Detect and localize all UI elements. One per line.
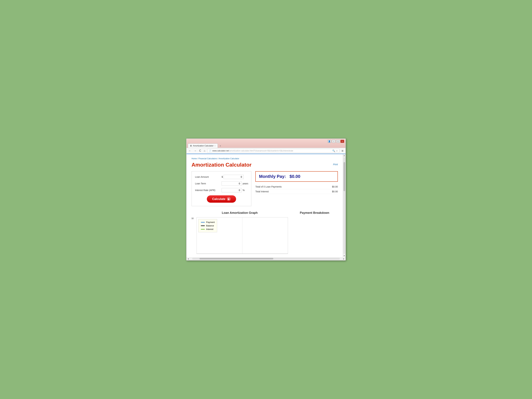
calculate-btn-row: Calculate ▶ [195, 195, 248, 203]
page-title: Amortization Calculator [191, 162, 252, 168]
total-payments-row: Total of 0 Loan Payments $0.00 [255, 184, 338, 189]
page-header: Amortization Calculator Print [191, 162, 338, 168]
total-payments-label: Total of 0 Loan Payments [255, 185, 282, 188]
results-section: Monthly Pay: $0.00 Total of 0 Loan Payme… [255, 171, 338, 206]
interest-rate-label: Interest Rate (APR) [195, 189, 222, 191]
home-button[interactable]: ⌂ [203, 149, 206, 153]
legend-payment: Payment [201, 221, 215, 223]
star-icon[interactable]: ☆ [336, 149, 338, 152]
chart-grid-vertical [242, 217, 242, 254]
legend-balance-line [201, 225, 205, 226]
page-icon: 📄 [209, 150, 211, 152]
scroll-down-arrow[interactable]: ▼ [343, 254, 345, 257]
back-button[interactable]: ← [188, 149, 192, 153]
scroll-thumb[interactable] [343, 162, 345, 191]
y-axis-label: $0 [191, 217, 195, 220]
graph-title: Loan Amortization Graph [191, 211, 288, 215]
legend-payment-line [201, 222, 205, 223]
form-section: Loan Amount $ Loan Term years Interest R… [191, 171, 251, 206]
tab-close-icon[interactable]: × [215, 145, 215, 147]
interest-rate-row: Interest Rate (APR) % [195, 188, 248, 192]
legend-interest: Interest [201, 228, 215, 230]
graph-section: Loan Amortization Graph $0 Payment [191, 211, 288, 254]
tab-title: Amortization Calculator [193, 145, 214, 147]
legend-payment-label: Payment [206, 221, 215, 223]
y-axis: $0 [191, 217, 196, 220]
monthly-pay-value: $0.00 [289, 174, 300, 179]
url-domain: www.calculator.net [212, 150, 229, 152]
scroll-track-h[interactable] [192, 258, 340, 260]
maximize-button[interactable]: □ [336, 140, 340, 143]
title-bar: 👤 − □ × ⊞ Amortization Calculator × + [187, 139, 345, 148]
breadcrumb-home[interactable]: Home [191, 158, 197, 160]
browser-window: 👤 − □ × ⊞ Amortization Calculator × + ← … [186, 139, 346, 260]
bottom-section: Loan Amortization Graph $0 Payment [191, 211, 338, 254]
results-table: Total of 0 Loan Payments $0.00 Total Int… [255, 184, 338, 194]
vertical-scrollbar[interactable]: ▲ ▼ [343, 154, 345, 257]
page-wrapper: Home / Financial Calculators / Amortizat… [187, 154, 345, 257]
total-interest-value: $0.00 [332, 190, 338, 193]
monthly-pay-display: Monthly Pay: $0.00 [259, 174, 300, 179]
total-payments-value: $0.00 [332, 185, 338, 188]
breadcrumb-financial[interactable]: Financial Calculators [198, 158, 217, 160]
scroll-up-arrow[interactable]: ▲ [343, 154, 345, 157]
close-button[interactable]: × [341, 140, 344, 143]
print-link[interactable]: Print [333, 163, 338, 166]
page-content: Home / Financial Calculators / Amortizat… [187, 154, 343, 257]
main-layout: Loan Amount $ Loan Term years Interest R… [191, 171, 338, 206]
loan-term-row: Loan Term years [195, 181, 248, 186]
search-icon[interactable]: 🔍 [332, 149, 335, 152]
scroll-right-arrow[interactable]: ▶ [342, 258, 345, 260]
interest-rate-unit: % [243, 189, 245, 191]
loan-amount-currency: $ [222, 176, 223, 178]
breakdown-title: Payment Breakdown [291, 211, 338, 215]
loan-term-unit: years [243, 182, 248, 185]
interest-rate-input[interactable] [222, 188, 241, 192]
breadcrumb-current[interactable]: Amortization Calculator [219, 158, 239, 160]
scroll-thumb-h[interactable] [200, 258, 273, 260]
calculate-button-icon: ▶ [227, 197, 231, 201]
loan-amount-label: Loan Amount [195, 176, 222, 178]
profile-button[interactable]: 👤 [328, 140, 331, 143]
tab-icon: ⊞ [190, 145, 192, 147]
monthly-pay-label: Monthly Pay: [259, 174, 286, 179]
monthly-pay-box: Monthly Pay: $0.00 [255, 171, 338, 182]
total-interest-label: Total Interest [255, 190, 269, 193]
loan-amount-row: Loan Amount $ [195, 175, 248, 179]
address-actions: 🔍 ☆ [332, 149, 338, 152]
scroll-left-arrow[interactable]: ◀ [187, 258, 190, 260]
active-tab[interactable]: ⊞ Amortization Calculator × [188, 144, 218, 148]
chart-grid-horizontal [197, 253, 288, 254]
new-tab-button[interactable]: + [218, 144, 222, 148]
loan-term-input[interactable] [222, 181, 241, 186]
legend-box: Payment Balance Interest [198, 219, 217, 232]
legend-interest-label: Interest [206, 228, 213, 230]
forward-button[interactable]: → [193, 149, 197, 153]
minimize-button[interactable]: − [332, 140, 336, 143]
horizontal-scrollbar[interactable]: ◀ ▶ [187, 257, 345, 260]
breadcrumb: Home / Financial Calculators / Amortizat… [191, 158, 338, 160]
scroll-track[interactable] [343, 157, 345, 254]
window-controls: 👤 − □ × [188, 140, 344, 143]
address-bar-input[interactable]: 📄 www.calculator.net/amortization-calcul… [207, 149, 340, 153]
legend-interest-line [201, 229, 205, 230]
loan-amount-input[interactable] [224, 175, 244, 179]
url-path: /amortization-calculator.html?cloanamoun… [229, 150, 293, 152]
loan-term-label: Loan Term [195, 182, 222, 185]
calculate-button-label: Calculate [212, 197, 225, 201]
total-interest-row: Total Interest $0.00 [255, 189, 338, 194]
legend-balance-label: Balance [206, 224, 214, 227]
legend-balance: Balance [201, 224, 215, 227]
menu-button[interactable]: ≡ [341, 149, 344, 153]
graph-area: $0 Payment Balance [191, 217, 288, 254]
refresh-button[interactable]: C [198, 149, 202, 153]
address-bar: ← → C ⌂ 📄 www.calculator.net/amortizatio… [187, 148, 345, 154]
chart-container: Payment Balance Interest [196, 217, 288, 254]
tabs-bar: ⊞ Amortization Calculator × + [188, 144, 344, 148]
url-text: www.calculator.net/amortization-calculat… [212, 150, 332, 152]
breakdown-section: Payment Breakdown [291, 211, 338, 254]
calculate-button[interactable]: Calculate ▶ [207, 195, 236, 203]
